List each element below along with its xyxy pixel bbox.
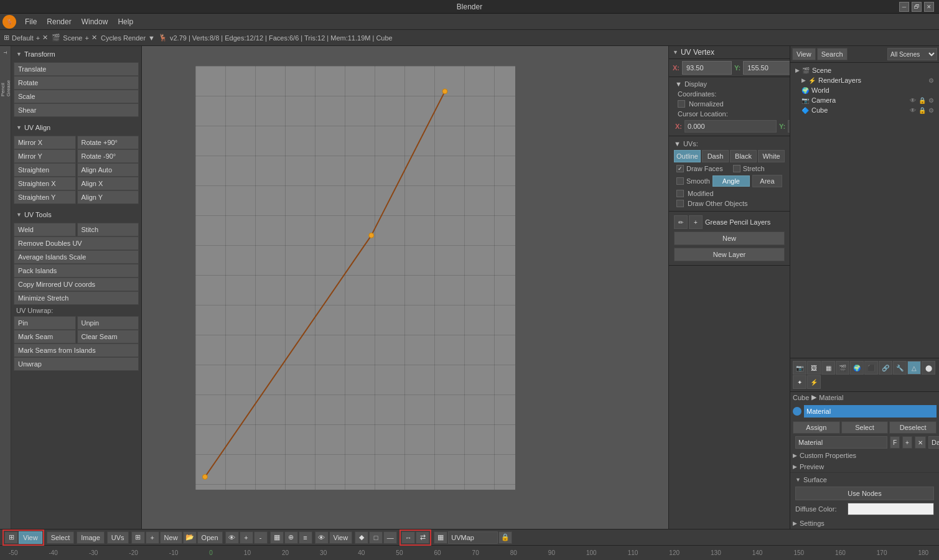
world-prop-icon[interactable]: 🌍	[850, 361, 864, 375]
normalized-checkbox[interactable]	[678, 100, 685, 108]
uv-map-input[interactable]	[448, 531, 498, 544]
strip-options-icon[interactable]: T	[1, 47, 11, 57]
menu-help[interactable]: Help	[113, 16, 138, 27]
angle-button[interactable]: Angle	[712, 175, 750, 187]
view-button-outliner[interactable]: View	[792, 48, 816, 60]
menu-file[interactable]: File	[20, 16, 42, 27]
uv-face-icon[interactable]: □	[369, 531, 383, 544]
uv-tools-section-header[interactable]: ▼ UV Tools	[14, 209, 139, 220]
clear-seam-button[interactable]: Clear Seam	[77, 330, 139, 343]
assign-button[interactable]: Assign	[793, 421, 840, 434]
camera-prop-icon[interactable]: 📷	[793, 361, 806, 375]
cursor-x-input[interactable]	[684, 120, 777, 133]
draw-faces-checkbox[interactable]	[676, 165, 684, 172]
scene-item[interactable]: ▶ 🎬 Scene	[793, 65, 937, 75]
translate-button[interactable]: Translate	[14, 62, 139, 76]
sync-icon[interactable]: ⊞	[131, 531, 145, 544]
x-input[interactable]	[682, 61, 732, 75]
stretch-checkbox[interactable]	[733, 165, 740, 172]
material-slot-input[interactable]	[795, 436, 887, 449]
uv-stretch-icon[interactable]: ▦	[270, 531, 284, 544]
close-workspace-icon[interactable]: ✕	[42, 34, 48, 42]
unwrap-button[interactable]: Unwrap	[14, 357, 139, 371]
camera-extra-icon[interactable]: ⚙	[928, 97, 934, 104]
f-button[interactable]: F	[890, 436, 900, 449]
close-scene-icon[interactable]: ✕	[91, 34, 97, 42]
render-layers-item[interactable]: ▶ ⚡ RenderLayers ⚙	[793, 75, 937, 85]
camera-item[interactable]: 📷 Camera 👁 🔒 ⚙	[793, 95, 937, 105]
uv-viewport[interactable]	[142, 46, 668, 529]
restore-button[interactable]: 🗗	[912, 2, 922, 12]
outline-tab[interactable]: Outline	[674, 150, 701, 162]
sync-right-icon[interactable]: ⇄	[416, 531, 429, 544]
grid-view-icon[interactable]: ⊞	[4, 531, 18, 544]
grease-pencil-header[interactable]: ✏ + Grease Pencil Layers	[671, 214, 787, 230]
use-nodes-button[interactable]: Use Nodes	[795, 487, 934, 500]
remove-material-btn[interactable]: ✕	[915, 436, 926, 449]
view-icon-btn[interactable]: 👁	[225, 531, 239, 544]
select-toolbar-button[interactable]: Select	[47, 531, 75, 544]
minimize-stretch-button[interactable]: Minimize Stretch	[14, 291, 139, 305]
uv-snap-icon[interactable]: ≡	[299, 531, 312, 544]
view2-button[interactable]: View	[329, 531, 353, 544]
physics-prop-icon[interactable]: ⚡	[807, 375, 821, 389]
uv-align-section-header[interactable]: ▼ UV Align	[14, 122, 139, 133]
strip-grease-pencil-icon[interactable]: Grease Pencil	[1, 83, 11, 93]
uv-map-icon[interactable]: ▦	[434, 531, 447, 544]
layers-prop-icon[interactable]: ▦	[821, 361, 835, 375]
straighten-button[interactable]: Straighten	[14, 163, 76, 177]
straighten-y-button[interactable]: Straighten Y	[14, 190, 76, 204]
add-icon[interactable]: +	[36, 34, 40, 42]
menu-render[interactable]: Render	[42, 16, 76, 27]
add-image-icon[interactable]: +	[146, 531, 159, 544]
uvs-toolbar-button[interactable]: UVs	[107, 531, 129, 544]
gp-add-icon[interactable]: +	[689, 215, 703, 229]
mirror-x-button[interactable]: Mirror X	[14, 136, 76, 149]
gp-new-button[interactable]: New	[674, 231, 785, 245]
sync-left-icon[interactable]: ↔	[401, 531, 415, 544]
menu-window[interactable]: Window	[77, 16, 113, 27]
select-button[interactable]: Select	[841, 421, 889, 434]
average-islands-scale-button[interactable]: Average Islands Scale	[14, 250, 139, 264]
draw-other-objects-checkbox[interactable]	[676, 200, 684, 207]
black-tab[interactable]: Black	[730, 150, 757, 162]
lock-icon[interactable]: 🔒	[498, 531, 512, 544]
custom-properties-row[interactable]: ▶ Custom Properties	[790, 450, 939, 461]
gp-new-layer-button[interactable]: New Layer	[674, 248, 785, 261]
surface-header[interactable]: ▼ Surface	[793, 474, 937, 485]
scene-prop-icon[interactable]: 🎬	[836, 361, 849, 375]
data-prop-icon[interactable]: △	[907, 361, 921, 375]
deselect-button[interactable]: Deselect	[889, 421, 937, 434]
transform-section-header[interactable]: ▼ Transform	[14, 49, 139, 60]
camera-render-icon[interactable]: 🔒	[918, 97, 926, 104]
shear-button[interactable]: Shear	[14, 103, 139, 117]
unpin-button[interactable]: Unpin	[77, 316, 139, 330]
align-x-button[interactable]: Align X	[77, 177, 139, 190]
weld-button[interactable]: Weld	[14, 223, 76, 236]
diffuse-color-swatch[interactable]	[848, 503, 934, 515]
pencil-icon[interactable]: ✏	[674, 215, 688, 229]
add-scene-icon[interactable]: +	[85, 34, 89, 42]
cube-render-icon[interactable]: 🔒	[918, 107, 926, 114]
rotate-minus90-button[interactable]: Rotate -90°	[77, 149, 139, 163]
straighten-x-button[interactable]: Straighten X	[14, 177, 76, 190]
camera-vis-icon[interactable]: 👁	[910, 97, 916, 104]
image-toolbar-button[interactable]: Image	[77, 531, 105, 544]
remove-doubles-uv-button[interactable]: Remove Doubles UV	[14, 236, 139, 250]
uvs-title[interactable]: ▼ UVs:	[671, 139, 787, 149]
modifiers-prop-icon[interactable]: 🔧	[893, 361, 907, 375]
copy-mirrored-uv-button[interactable]: Copy Mirrored UV coords	[14, 278, 139, 291]
area-button[interactable]: Area	[752, 175, 782, 187]
pin-button[interactable]: Pin	[14, 316, 76, 330]
scale-button[interactable]: Scale	[14, 90, 139, 103]
dash-tab[interactable]: Dash	[702, 150, 729, 162]
zoom-in-icon[interactable]: +	[240, 531, 253, 544]
data-dropdown[interactable]: Data	[928, 436, 939, 449]
mirror-y-button[interactable]: Mirror Y	[14, 149, 76, 163]
settings-row[interactable]: ▶ Settings	[790, 518, 939, 529]
align-y-button[interactable]: Align Y	[77, 190, 139, 204]
smooth-checkbox[interactable]	[676, 177, 684, 185]
display-title[interactable]: ▼ Display	[673, 79, 786, 89]
engine-dropdown-icon[interactable]: ▼	[148, 34, 155, 42]
world-item[interactable]: 🌍 World	[793, 85, 937, 95]
